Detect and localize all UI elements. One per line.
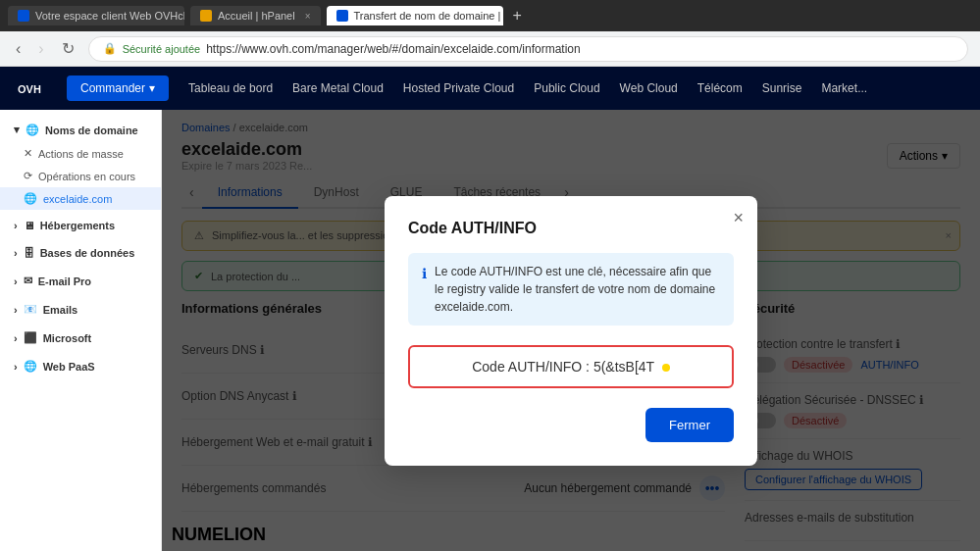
nav-link-sunrise[interactable]: Sunrise bbox=[762, 81, 802, 95]
auth-code-box: Code AUTH/INFO : 5(&tsB[4T bbox=[408, 345, 734, 388]
browser-titlebar: Votre espace client Web OVHcl... × Accue… bbox=[0, 0, 980, 31]
wp-icon: 🌐 bbox=[24, 360, 37, 373]
sidebar-item-actions[interactable]: ✕ Actions de masse bbox=[0, 142, 161, 165]
ovh-logo: OVH bbox=[16, 76, 47, 100]
tab1-label: Votre espace client Web OVHcl... bbox=[35, 10, 184, 22]
sidebar-section-emails[interactable]: › 📧 Emails bbox=[0, 297, 161, 322]
sidebar-bdd-label: Bases de données bbox=[40, 247, 135, 259]
cross-icon: ✕ bbox=[24, 147, 32, 160]
sidebar-item-domain-label: excelaide.com bbox=[43, 193, 112, 205]
tab2-close[interactable]: × bbox=[305, 11, 311, 22]
chevron-right-bdd-icon: › bbox=[14, 247, 18, 259]
db-icon: 🗄 bbox=[24, 247, 34, 259]
ms-icon: ⬛ bbox=[24, 331, 37, 344]
chevron-right-em-icon: › bbox=[14, 304, 18, 316]
nav-link-bmc[interactable]: Bare Metal Cloud bbox=[292, 81, 384, 95]
sidebar-section-microsoft[interactable]: › ⬛ Microsoft bbox=[0, 326, 161, 350]
sidebar-emailpro-label: E-mail Pro bbox=[38, 276, 91, 287]
nav-link-wc[interactable]: Web Cloud bbox=[620, 81, 678, 95]
email-pro-icon: ✉ bbox=[24, 275, 32, 287]
new-tab-button[interactable]: + bbox=[513, 7, 522, 25]
sidebar-bdd-title[interactable]: › 🗄 Bases de données bbox=[0, 241, 161, 265]
nav-link-tel[interactable]: Télécom bbox=[697, 81, 743, 95]
reload-button[interactable]: ↻ bbox=[58, 35, 78, 62]
chevron-right-ep-icon: › bbox=[14, 276, 18, 287]
code-label: Code AUTH/INFO : bbox=[472, 359, 590, 375]
sidebar-section-domaines: ▾ 🌐 Noms de domaine ✕ Actions de masse ⟳… bbox=[0, 118, 161, 210]
sidebar-emailpro-title[interactable]: › ✉ E-mail Pro bbox=[0, 269, 161, 293]
back-button[interactable]: ‹ bbox=[12, 36, 25, 62]
tab3-favicon bbox=[336, 10, 348, 22]
sidebar-item-actions-label: Actions de masse bbox=[38, 148, 124, 160]
cursor-indicator bbox=[662, 364, 670, 372]
top-nav-links: Tableau de bord Bare Metal Cloud Hosted … bbox=[188, 81, 867, 95]
modal-close-button[interactable]: × bbox=[733, 208, 744, 228]
chevron-icon: ▾ bbox=[14, 124, 20, 136]
tab3-label: Transfert de nom de domaine | ... bbox=[354, 10, 503, 22]
globe-icon: 🌐 bbox=[26, 124, 39, 136]
info-circle-icon: ℹ bbox=[422, 264, 427, 284]
sidebar-item-operations[interactable]: ⟳ Opérations en cours bbox=[0, 165, 161, 187]
chevron-right-ms-icon: › bbox=[14, 332, 18, 344]
server-icon: 🖥 bbox=[24, 220, 34, 231]
globe-small-icon: 🌐 bbox=[24, 192, 37, 205]
commander-label: Commander bbox=[80, 81, 145, 95]
sidebar-hebergements-title[interactable]: › 🖥 Hébergements bbox=[0, 214, 161, 237]
modal-close-btn[interactable]: Fermer bbox=[645, 408, 734, 442]
tab-2[interactable]: Accueil | hPanel × bbox=[190, 6, 321, 25]
tab2-favicon bbox=[200, 10, 212, 22]
sidebar-section-emailpro[interactable]: › ✉ E-mail Pro bbox=[0, 269, 161, 293]
address-bar[interactable]: 🔒 Sécurité ajoutée https://www.ovh.com/m… bbox=[88, 36, 968, 62]
chevron-right-icon: › bbox=[14, 220, 18, 231]
address-bar-container: ‹ › ↻ 🔒 Sécurité ajoutée https://www.ovh… bbox=[0, 31, 980, 67]
commander-button[interactable]: Commander ▾ bbox=[67, 75, 169, 101]
sidebar-section-webpaas[interactable]: › 🌐 Web PaaS bbox=[0, 354, 161, 378]
forward-button[interactable]: › bbox=[34, 36, 47, 62]
emails-icon: 📧 bbox=[24, 303, 37, 316]
svg-text:OVH: OVH bbox=[18, 83, 41, 95]
nav-link-hpc[interactable]: Hosted Private Cloud bbox=[403, 81, 514, 95]
clock-icon: ⟳ bbox=[24, 170, 32, 182]
tab-3[interactable]: Transfert de nom de domaine | ... × bbox=[327, 6, 503, 25]
modal-overlay: × Code AUTH/INFO ℹ Le code AUTH/INFO est… bbox=[162, 110, 980, 551]
sidebar-emails-label: Emails bbox=[43, 304, 77, 316]
sidebar-section-hebergements[interactable]: › 🖥 Hébergements bbox=[0, 214, 161, 237]
sidebar: ▾ 🌐 Noms de domaine ✕ Actions de masse ⟳… bbox=[0, 110, 162, 551]
nav-link-tableau[interactable]: Tableau de bord bbox=[188, 81, 273, 95]
app-container: OVH Commander ▾ Tableau de bord Bare Met… bbox=[0, 67, 980, 551]
tab2-label: Accueil | hPanel bbox=[218, 10, 295, 22]
top-nav: OVH Commander ▾ Tableau de bord Bare Met… bbox=[0, 67, 980, 110]
main-content: Domaines / excelaide.com excelaide.com E… bbox=[162, 110, 980, 551]
url-text: https://www.ovh.com/manager/web/#/domain… bbox=[206, 42, 954, 56]
sidebar-item-excelaide[interactable]: 🌐 excelaide.com bbox=[0, 187, 161, 210]
lock-icon: 🔒 bbox=[103, 42, 117, 55]
security-label: Sécurité ajoutée bbox=[123, 43, 201, 55]
sidebar-section-bdd[interactable]: › 🗄 Bases de données bbox=[0, 241, 161, 265]
sidebar-emails-title[interactable]: › 📧 Emails bbox=[0, 297, 161, 322]
sidebar-section-title-domaines[interactable]: ▾ 🌐 Noms de domaine bbox=[0, 118, 161, 142]
modal-title: Code AUTH/INFO bbox=[408, 220, 734, 237]
sidebar-hebergements-label: Hébergements bbox=[40, 220, 115, 231]
modal-info-text: Le code AUTH/INFO est une clé, nécessair… bbox=[435, 263, 720, 316]
tab1-favicon bbox=[18, 10, 29, 22]
code-value: 5(&tsB[4T bbox=[593, 359, 654, 375]
sidebar-ms-title[interactable]: › ⬛ Microsoft bbox=[0, 326, 161, 350]
sidebar-wp-label: Web PaaS bbox=[43, 361, 95, 373]
modal: × Code AUTH/INFO ℹ Le code AUTH/INFO est… bbox=[385, 196, 757, 466]
chevron-down-icon: ▾ bbox=[149, 81, 155, 95]
modal-info-box: ℹ Le code AUTH/INFO est une clé, nécessa… bbox=[408, 253, 734, 326]
nav-link-market[interactable]: Market... bbox=[821, 81, 867, 95]
tab-1[interactable]: Votre espace client Web OVHcl... × bbox=[8, 6, 184, 25]
sidebar-wp-title[interactable]: › 🌐 Web PaaS bbox=[0, 354, 161, 378]
content-area: ▾ 🌐 Noms de domaine ✕ Actions de masse ⟳… bbox=[0, 110, 980, 551]
nav-link-pc[interactable]: Public Cloud bbox=[534, 81, 599, 95]
sidebar-domaines-label: Noms de domaine bbox=[45, 125, 138, 136]
sidebar-item-ops-label: Opérations en cours bbox=[38, 171, 135, 182]
sidebar-ms-label: Microsoft bbox=[43, 332, 92, 344]
chevron-right-wp-icon: › bbox=[14, 361, 18, 373]
